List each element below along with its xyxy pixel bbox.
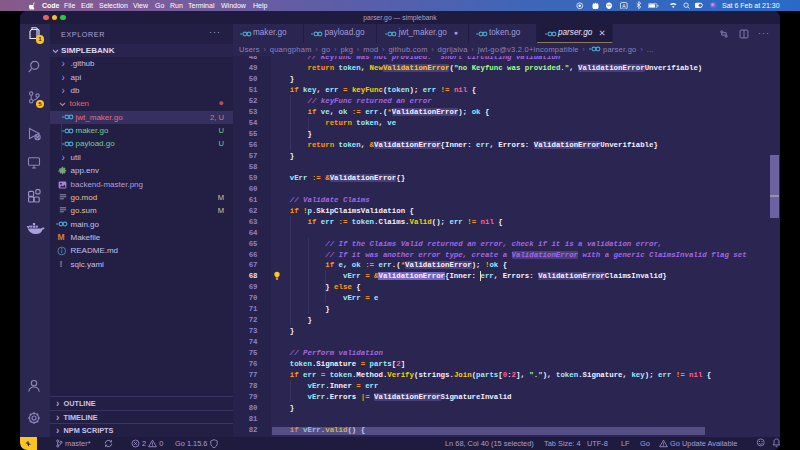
svg-text:A: A xyxy=(622,3,626,8)
